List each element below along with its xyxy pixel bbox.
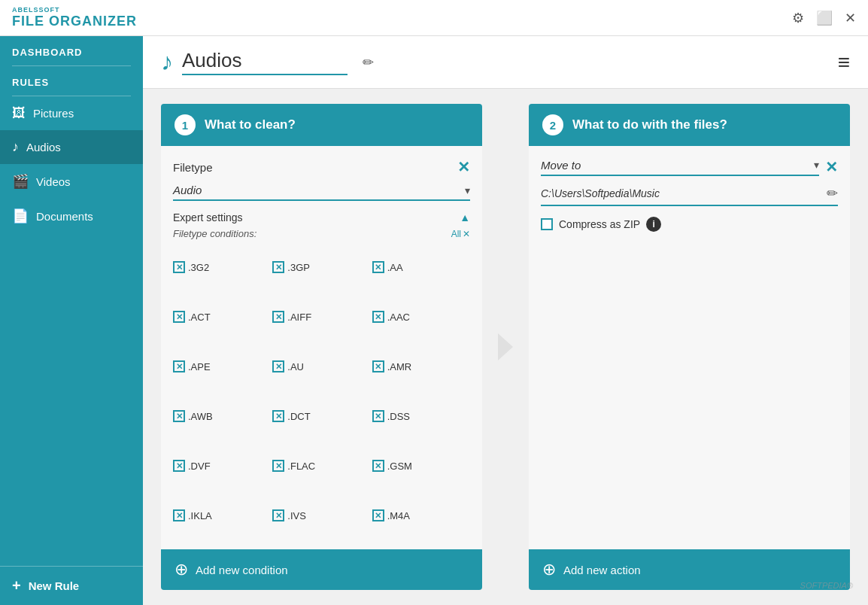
filetype-name: .3GP [287,262,310,273]
filetype-remove-button[interactable]: ✕ [457,158,470,176]
filetype-checkbox[interactable]: ✕ [272,410,284,422]
filetype-item[interactable]: ✕ .AA [372,245,469,289]
filetype-item[interactable]: ✕ .AMR [372,345,469,388]
path-edit-icon[interactable]: ✏ [827,185,838,202]
filetype-dropdown-value: Audio [173,184,465,196]
filetype-checkbox[interactable]: ✕ [372,311,384,323]
filetype-name: .ACT [188,312,211,323]
add-condition-label: Add new condition [196,564,288,576]
ft-check-x-icon: ✕ [275,362,282,372]
ft-check-x-icon: ✕ [375,412,381,421]
filetype-item[interactable]: ✕ .AU [272,345,369,388]
filetype-checkbox[interactable]: ✕ [372,360,384,372]
filetype-name: .IVS [287,510,306,521]
videos-icon: 🎬 [12,173,29,190]
filetype-checkbox[interactable]: ✕ [372,509,384,521]
path-row: C:\Users\Softpedia\Music ✏ [541,185,838,206]
header-music-icon: ♪ [161,48,173,76]
filetype-item[interactable]: ✕ .AWB [173,394,269,438]
filetype-checkbox[interactable]: ✕ [173,261,185,273]
ft-check-x-icon: ✕ [275,312,282,322]
filetype-dropdown[interactable]: Audio ▾ [173,184,470,201]
title-bar: ABELSSOFT FILE ORGANIZER ⚙ ⬜ ✕ [0,0,868,36]
action-dropdown-arrow[interactable]: ▾ [814,159,819,171]
filetype-checkbox[interactable]: ✕ [173,311,185,323]
filetype-item[interactable]: ✕ .GSM [372,444,469,488]
expert-collapse-icon[interactable]: ▲ [460,211,470,223]
filetype-checkbox[interactable]: ✕ [372,460,384,472]
action-heading: What to do with the files? [572,117,727,132]
new-rule-button[interactable]: + New Rule [0,566,143,605]
header-left: ♪ Audios ✏ [161,48,374,76]
ft-check-x-icon: ✕ [375,511,381,521]
filetype-item[interactable]: ✕ .AAC [372,295,469,339]
sidebar: DASHBOARD RULES 🖼 Pictures ♪ Audios 🎬 Vi… [0,36,143,605]
filetype-checkbox[interactable]: ✕ [272,261,284,273]
filetype-item[interactable]: ✕ .DVF [173,444,269,488]
sidebar-item-pictures[interactable]: 🖼 Pictures [0,96,143,130]
filetype-checkbox[interactable]: ✕ [173,410,185,422]
filetype-name: .GSM [387,461,412,472]
filetype-item[interactable]: ✕ .DCT [272,394,369,438]
filetype-item[interactable]: ✕ .3GP [272,245,369,289]
filetype-item[interactable]: ✕ .DSS [372,394,469,438]
all-clear-button[interactable]: All ✕ [451,229,470,239]
expert-settings-header: Expert settings ▲ [173,211,470,223]
filetype-name: .3G2 [188,262,209,273]
filetype-item[interactable]: ✕ .ACT [173,295,269,339]
filetype-checkbox[interactable]: ✕ [272,360,284,372]
main-header: ♪ Audios ✏ ≡ [143,36,868,89]
filetype-checkbox[interactable]: ✕ [272,311,284,323]
action-type-dropdown[interactable]: Move to ▾ [541,159,819,176]
compress-info-icon[interactable]: i [646,217,661,232]
filetype-checkbox[interactable]: ✕ [173,509,185,521]
main-layout: DASHBOARD RULES 🖼 Pictures ♪ Audios 🎬 Vi… [0,36,868,605]
new-rule-plus-icon: + [12,577,21,594]
main-content: ♪ Audios ✏ ≡ 1 What to clean? Filetype ✕ [143,36,868,605]
action-type-value: Move to [541,159,814,172]
action-type-row: Move to ▾ ✕ [541,158,838,176]
sidebar-section-dashboard: DASHBOARD [0,36,143,65]
ft-check-x-icon: ✕ [375,461,381,471]
action-remove-button[interactable]: ✕ [825,158,838,176]
add-condition-button[interactable]: ⊕ Add new condition [161,549,482,590]
app-name-large: FILE ORGANIZER [12,14,137,29]
close-button[interactable]: ✕ [845,10,856,26]
sidebar-item-audios[interactable]: ♪ Audios [0,130,143,164]
filetype-item[interactable]: ✕ .3G2 [173,245,269,289]
filetype-name: .AWB [188,411,213,422]
settings-button[interactable]: ⚙ [792,10,804,26]
filetype-item[interactable]: ✕ .IKLA [173,494,269,537]
filetype-item[interactable]: ✕ .IVS [272,494,369,537]
compress-checkbox[interactable] [541,218,553,230]
filetype-checkbox[interactable]: ✕ [372,410,384,422]
filetype-checkbox[interactable]: ✕ [272,460,284,472]
action-card-body: Move to ▾ ✕ C:\Users\Softpedia\Music ✏ C… [529,146,850,549]
filetype-item[interactable]: ✕ .FLAC [272,444,369,488]
header-edit-icon[interactable]: ✏ [363,54,374,71]
filetype-condition-row: Filetype ✕ [173,158,470,176]
sidebar-item-documents[interactable]: 📄 Documents [0,199,143,233]
filetype-name: .AAC [387,312,410,323]
filetype-checkbox[interactable]: ✕ [173,360,185,372]
filetype-dropdown-arrow[interactable]: ▾ [465,184,470,196]
filetype-name: .APE [188,361,211,372]
filetype-name: .IKLA [188,510,212,521]
ft-check-x-icon: ✕ [176,362,183,372]
filetype-checkbox[interactable]: ✕ [173,460,185,472]
minimize-button[interactable]: ⬜ [816,10,833,26]
filetype-item[interactable]: ✕ .APE [173,345,269,388]
add-action-label: Add new action [563,564,641,576]
connector-chevron [498,333,513,360]
filetype-checkbox[interactable]: ✕ [272,509,284,521]
filetype-checkbox[interactable]: ✕ [372,261,384,273]
header-menu-icon[interactable]: ≡ [838,50,850,74]
ft-check-x-icon: ✕ [375,312,381,322]
filetype-name: .AA [387,262,403,273]
sidebar-item-videos[interactable]: 🎬 Videos [0,164,143,199]
new-rule-label: New Rule [29,579,80,592]
filetype-item[interactable]: ✕ .AIFF [272,295,369,339]
ft-check-x-icon: ✕ [275,511,282,521]
filetype-item[interactable]: ✕ .M4A [372,494,469,537]
expert-settings-title: Expert settings [173,211,243,223]
